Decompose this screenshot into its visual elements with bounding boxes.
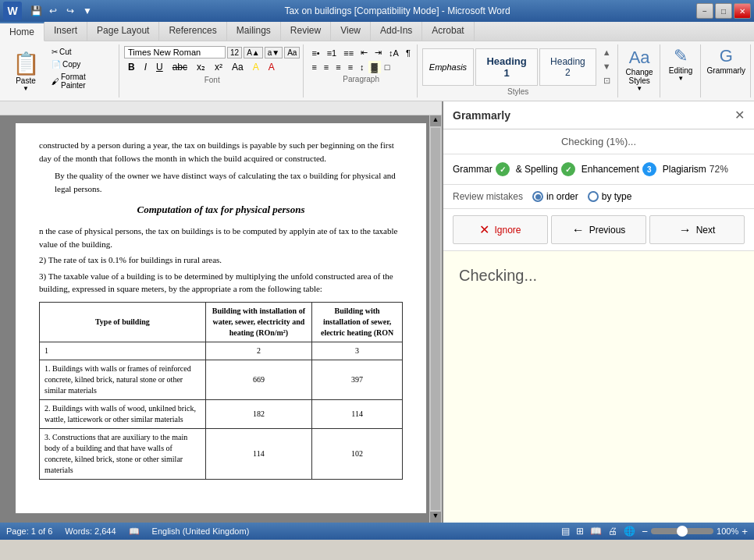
scroll-down-button[interactable]: ▼ bbox=[430, 512, 441, 523]
cut-button[interactable]: ✂ Cut bbox=[48, 46, 116, 58]
title-bar: W 💾 ↩ ↪ ▼ Tax on buildings [Compatibilit… bbox=[0, 0, 754, 22]
styles-group-label: Styles bbox=[422, 87, 614, 96]
table-col2-header: Building with installation of water, sew… bbox=[205, 302, 312, 342]
editing-group: ✎ Editing ▼ bbox=[662, 44, 701, 97]
radio-by-type[interactable]: by type bbox=[588, 191, 632, 202]
word-logo: W bbox=[3, 2, 22, 20]
styles-group: Emphasis Heading 1 Heading 2 ▲ ▼ ⊡ Style… bbox=[419, 44, 618, 97]
navigation-buttons: ✕ Ignore ← Previous → Next bbox=[443, 209, 754, 251]
view-web2-button[interactable]: 🌐 bbox=[624, 526, 635, 537]
subscript-button[interactable]: x₂ bbox=[193, 60, 209, 74]
style-emphasis[interactable]: Emphasis bbox=[422, 48, 474, 86]
line-spacing-button[interactable]: ↕ bbox=[357, 61, 368, 73]
borders-button[interactable]: □ bbox=[382, 61, 393, 73]
tab-view[interactable]: View bbox=[331, 22, 371, 41]
paste-button[interactable]: 📋 Paste ▼ bbox=[6, 46, 45, 96]
tab-addins[interactable]: Add-Ins bbox=[371, 22, 422, 41]
superscript-button[interactable]: x² bbox=[211, 60, 226, 74]
next-button[interactable]: → Next bbox=[649, 215, 745, 244]
numbering-button[interactable]: ≡1 bbox=[324, 47, 340, 59]
tab-acrobat[interactable]: Acrobat bbox=[422, 22, 474, 41]
styles-scroll-down[interactable]: ▼ bbox=[599, 60, 614, 73]
font-grow-button[interactable]: A▲ bbox=[244, 47, 263, 58]
undo-button[interactable]: ↩ bbox=[45, 4, 61, 18]
view-web-button[interactable]: ⊞ bbox=[576, 526, 584, 537]
paste-arrow: ▼ bbox=[23, 85, 29, 92]
table-row2-col2: 182 bbox=[205, 399, 312, 428]
zoom-out-button[interactable]: − bbox=[642, 526, 648, 537]
previous-button[interactable]: ← Previous bbox=[551, 215, 646, 244]
styles-arrows: ▲ ▼ ⊡ bbox=[599, 46, 614, 87]
zoom-level: 100% bbox=[717, 526, 738, 536]
zoom-slider[interactable] bbox=[651, 528, 713, 534]
view-print-button[interactable]: 🖨 bbox=[608, 526, 617, 537]
more-qa-button[interactable]: ▼ bbox=[80, 4, 95, 18]
scroll-up-button[interactable]: ▲ bbox=[430, 115, 441, 126]
ignore-button[interactable]: ✕ Ignore bbox=[453, 215, 548, 244]
table-num-1: 1 bbox=[40, 342, 206, 360]
vertical-scrollbar[interactable]: ▲ ▼ bbox=[429, 115, 442, 523]
grammarly-title: Grammarly bbox=[453, 109, 510, 122]
doc-paragraph-1: constructed by a person during a year, t… bbox=[39, 139, 403, 165]
align-center-button[interactable]: ≡ bbox=[321, 61, 332, 73]
maximize-button[interactable]: □ bbox=[715, 3, 732, 19]
grammarly-close-button[interactable]: ✕ bbox=[734, 108, 745, 122]
underline-button[interactable]: U bbox=[152, 60, 167, 74]
window-controls: − □ ✕ bbox=[696, 3, 751, 19]
view-reading-button[interactable]: 📖 bbox=[590, 526, 602, 537]
copy-button[interactable]: 📄 Copy bbox=[48, 58, 116, 70]
tab-home[interactable]: Home bbox=[0, 22, 44, 41]
highlight-button[interactable]: A bbox=[249, 60, 263, 74]
document-content[interactable]: constructed by a person during a year, t… bbox=[16, 123, 426, 513]
tab-references[interactable]: References bbox=[159, 22, 226, 41]
grammar-label: Grammar bbox=[453, 164, 493, 175]
font-size-input[interactable]: 12 bbox=[227, 47, 242, 58]
grammarly-button[interactable]: G Grammarly bbox=[707, 46, 745, 75]
justify-button[interactable]: ≡ bbox=[345, 61, 356, 73]
multilevel-button[interactable]: ≡≡ bbox=[340, 47, 357, 59]
editing-button[interactable]: ✎ Editing ▼ bbox=[669, 46, 693, 82]
scroll-thumb[interactable] bbox=[431, 128, 440, 510]
font-name-row: 12 A▲ a▼ Aa bbox=[124, 46, 300, 58]
redo-button[interactable]: ↪ bbox=[62, 4, 78, 18]
strikethrough-button[interactable]: abc bbox=[169, 60, 191, 74]
clear-format-button[interactable]: Aa bbox=[284, 47, 300, 58]
tab-review[interactable]: Review bbox=[281, 22, 331, 41]
styles-more[interactable]: ⊡ bbox=[599, 74, 614, 87]
page-info: Page: 1 of 6 bbox=[6, 526, 52, 536]
close-button[interactable]: ✕ bbox=[734, 3, 751, 19]
decrease-indent-button[interactable]: ⇤ bbox=[357, 46, 371, 59]
case-button[interactable]: Aa bbox=[228, 60, 247, 74]
change-styles-label: ChangeStyles bbox=[626, 68, 653, 85]
font-name-input[interactable] bbox=[124, 46, 226, 58]
align-left-button[interactable]: ≡ bbox=[308, 61, 319, 73]
grammarly-header: Grammarly ✕ bbox=[443, 101, 754, 129]
tab-mailings[interactable]: Mailings bbox=[227, 22, 281, 41]
radio-in-order[interactable]: in order bbox=[532, 191, 578, 202]
show-marks-button[interactable]: ¶ bbox=[403, 47, 414, 59]
style-heading1[interactable]: Heading 1 bbox=[475, 48, 538, 86]
spelling-check: & Spelling ✓ bbox=[516, 162, 575, 176]
quick-access-toolbar: 💾 ↩ ↪ ▼ bbox=[25, 4, 98, 18]
italic-button[interactable]: I bbox=[140, 60, 151, 74]
align-right-button[interactable]: ≡ bbox=[333, 61, 343, 73]
tab-page-layout[interactable]: Page Layout bbox=[87, 22, 159, 41]
change-styles-button[interactable]: Aa ChangeStyles ▼ bbox=[624, 46, 655, 94]
minimize-button[interactable]: − bbox=[696, 3, 713, 19]
bold-button[interactable]: B bbox=[124, 60, 139, 74]
shading-button[interactable]: ▓ bbox=[368, 61, 381, 73]
increase-indent-button[interactable]: ⇥ bbox=[372, 46, 385, 59]
font-color-button[interactable]: A bbox=[265, 60, 279, 74]
style-heading2[interactable]: Heading 2 bbox=[539, 48, 596, 86]
grammarly-ribbon-group: G Grammarly bbox=[702, 44, 751, 97]
tab-insert[interactable]: Insert bbox=[44, 22, 87, 41]
view-normal-button[interactable]: ▤ bbox=[561, 526, 570, 537]
styles-scroll-up[interactable]: ▲ bbox=[599, 46, 614, 58]
format-painter-button[interactable]: 🖌 Format Painter bbox=[48, 71, 116, 91]
zoom-handle[interactable] bbox=[677, 526, 688, 537]
save-button[interactable]: 💾 bbox=[28, 4, 44, 18]
bullets-button[interactable]: ≡• bbox=[308, 47, 322, 59]
font-shrink-button[interactable]: a▼ bbox=[265, 47, 283, 58]
sort-button[interactable]: ↕A bbox=[386, 47, 402, 59]
zoom-in-button[interactable]: + bbox=[742, 526, 748, 537]
